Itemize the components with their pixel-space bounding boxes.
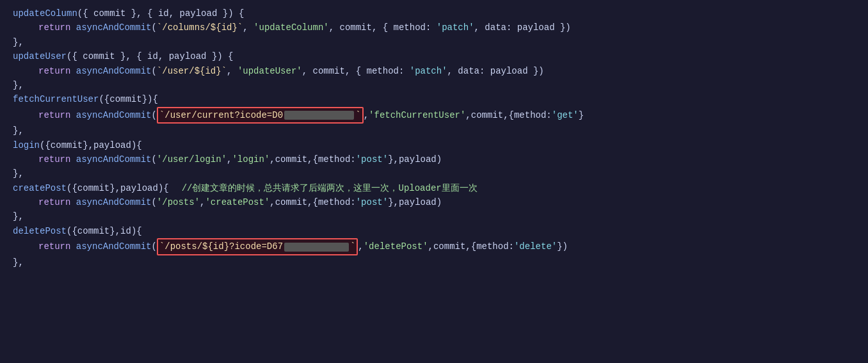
- code-line-3: },: [0, 35, 868, 49]
- code-line-13: createPost({commit},payload){//创建文章的时候，总…: [0, 181, 868, 195]
- code-line-7: fetchCurrentUser({commit}){: [0, 92, 868, 106]
- code-line-1: updateColumn({ commit }, { id, payload }…: [0, 6, 868, 20]
- code-line-4: updateUser({ commit }, { id, payload }) …: [0, 49, 868, 63]
- code-line-8-highlighted: return asyncAndCommit(`/user/current?ico…: [0, 107, 868, 124]
- code-line-15: },: [0, 209, 868, 223]
- token: updateColumn: [13, 6, 77, 20]
- code-line-10: login({commit},payload){: [0, 138, 868, 152]
- code-editor: updateColumn({ commit }, { id, payload }…: [0, 0, 868, 363]
- code-line-5: return asyncAndCommit(`/user/${id}`, 'up…: [0, 64, 868, 78]
- code-line-9: },: [0, 124, 868, 138]
- code-line-18: },: [0, 255, 868, 270]
- redacted-text-1: [284, 111, 354, 120]
- highlight-url-2: `/posts/${id}?icode=D67 `: [157, 238, 358, 255]
- code-line-2: return asyncAndCommit(`/columns/${id}`, …: [0, 20, 868, 35]
- code-line-17-highlighted: return asyncAndCommit(`/posts/${id}?icod…: [0, 238, 868, 255]
- code-line-14: return asyncAndCommit('/posts','createPo…: [0, 195, 868, 209]
- code-line-16: deletePost({commit},id){: [0, 224, 868, 238]
- code-line-12: },: [0, 166, 868, 181]
- code-line-6: },: [0, 78, 868, 92]
- code-line-11: return asyncAndCommit('/user/login','log…: [0, 152, 868, 166]
- highlight-url-1: `/user/current?icode=D0 `: [157, 107, 364, 124]
- redacted-text-2: [284, 243, 349, 252]
